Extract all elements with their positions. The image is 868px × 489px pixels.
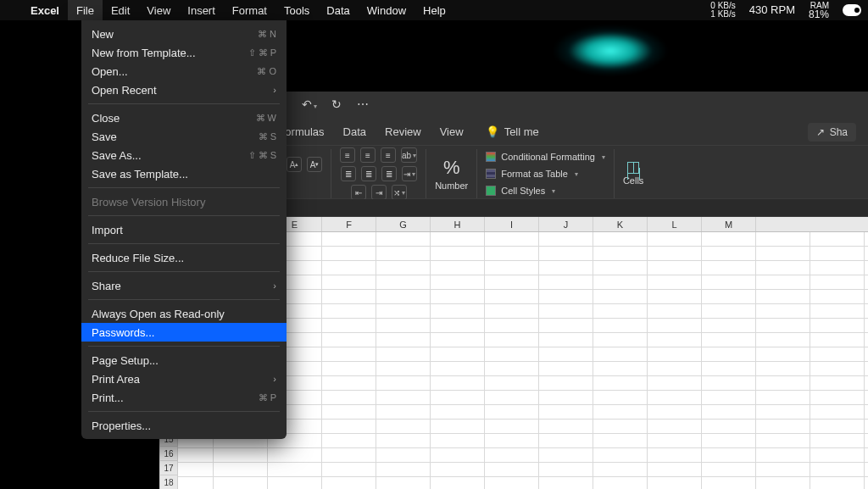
cell[interactable] [376,261,431,275]
menu-item-print-[interactable]: Print...⌘ P [81,388,287,407]
align-right-icon[interactable]: ≣ [381,166,397,181]
cell[interactable] [810,434,865,447]
align-top-icon[interactable]: ≡ [340,147,355,163]
cell[interactable] [648,290,702,303]
cell[interactable] [648,275,702,289]
cell[interactable] [593,405,648,419]
menu-item-import[interactable]: Import [81,220,287,239]
menu-item-always-open-as-read-only[interactable]: Always Open as Read-only [81,304,287,323]
cell[interactable] [431,448,485,462]
cell[interactable] [810,376,865,390]
cell[interactable] [810,232,865,246]
cell[interactable] [810,391,865,404]
cell[interactable] [810,261,865,275]
cell[interactable] [539,347,593,361]
cell[interactable] [756,247,810,260]
cell[interactable] [485,319,539,332]
align-middle-icon[interactable]: ≡ [360,147,376,163]
cell[interactable] [593,477,648,489]
cell[interactable] [322,247,376,260]
row-header[interactable]: 18 [159,475,178,489]
cell[interactable] [648,304,702,318]
cell[interactable] [648,463,702,476]
cell[interactable] [485,232,539,246]
cell[interactable] [485,275,539,289]
cell[interactable] [322,347,376,361]
cell[interactable] [810,347,865,361]
cell[interactable] [648,347,702,361]
cell[interactable] [702,290,756,303]
cell[interactable] [431,376,485,390]
row-header[interactable]: 17 [159,461,178,475]
cell[interactable] [322,391,376,404]
cells-icon[interactable] [627,162,639,174]
cell[interactable] [268,448,322,462]
cell[interactable] [431,333,485,347]
cell[interactable] [756,362,810,375]
cell[interactable] [431,304,485,318]
indent-decrease-icon[interactable]: ⇤ [351,185,366,200]
conditional-formatting-button[interactable]: Conditional Formatting▾ [486,149,605,164]
cell[interactable] [810,333,865,347]
cell[interactable] [322,319,376,332]
menubar-item-data[interactable]: Data [318,0,358,20]
cell[interactable] [322,434,376,447]
cell[interactable] [376,319,431,332]
cell[interactable] [431,420,485,433]
cell[interactable] [702,448,756,462]
cell[interactable] [702,304,756,318]
cell[interactable] [810,405,865,419]
cell[interactable] [485,362,539,375]
cell[interactable] [376,477,431,489]
cell[interactable] [376,376,431,390]
cell[interactable] [648,319,702,332]
cell[interactable] [539,420,593,433]
cell[interactable] [593,247,648,260]
cell[interactable] [702,463,756,476]
cell[interactable] [539,391,593,404]
cell[interactable] [593,347,648,361]
more-icon[interactable]: ⋯ [356,97,371,111]
cell[interactable] [810,477,865,489]
cell[interactable] [485,477,539,489]
cell[interactable] [539,247,593,260]
cell[interactable] [648,362,702,375]
indent-increase-icon[interactable]: ⇥ [371,185,387,200]
cell[interactable] [756,333,810,347]
cell[interactable] [431,261,485,275]
menu-item-share[interactable]: Share› [81,276,287,295]
cell[interactable] [322,420,376,433]
cell[interactable] [648,434,702,447]
cell[interactable] [431,232,485,246]
cell[interactable] [593,448,648,462]
cell[interactable] [702,420,756,433]
cell[interactable] [268,477,322,489]
menu-item-close[interactable]: Close⌘ W [81,108,287,127]
cell[interactable] [214,463,268,476]
cell[interactable] [648,448,702,462]
cell[interactable] [810,463,865,476]
cell[interactable] [322,463,376,476]
cell[interactable] [268,463,322,476]
cell[interactable] [376,391,431,404]
cell[interactable] [485,347,539,361]
cell[interactable] [593,463,648,476]
cell[interactable] [214,477,268,489]
row-header[interactable]: 16 [159,447,178,461]
cell[interactable] [756,275,810,289]
align-left-icon[interactable]: ≣ [341,166,356,181]
menu-item-print-area[interactable]: Print Area› [81,370,287,388]
column-header[interactable]: F [322,217,376,231]
cell[interactable] [485,420,539,433]
cell[interactable] [756,405,810,419]
cell[interactable] [376,434,431,447]
column-header[interactable]: K [593,217,648,231]
cell[interactable] [376,347,431,361]
cell[interactable] [593,333,648,347]
cell[interactable] [702,434,756,447]
menu-item-passwords-[interactable]: Passwords... [81,323,287,342]
cell[interactable] [756,347,810,361]
menu-item-reduce-file-size-[interactable]: Reduce File Size... [81,248,287,267]
cell[interactable] [702,275,756,289]
cell[interactable] [648,376,702,390]
